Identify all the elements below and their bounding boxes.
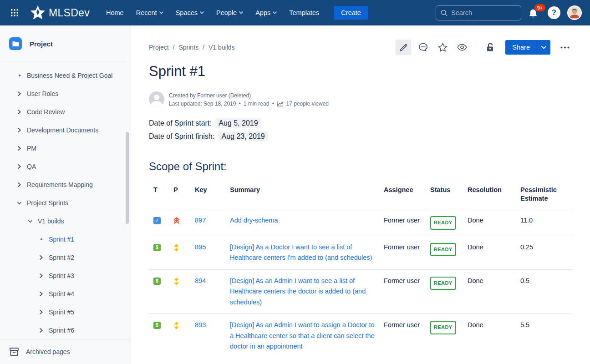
resolution-text: Done: [468, 277, 483, 284]
page-toolbar: Share: [396, 40, 573, 55]
eye-icon: [457, 44, 467, 51]
sidebar-item-sprint-6[interactable]: Sprint #6: [0, 321, 131, 339]
star-icon: [438, 43, 448, 52]
col-header-key: Key: [190, 180, 225, 209]
issue-summary-link[interactable]: [Design] As an Admin I want to see a lis…: [230, 277, 366, 306]
table-header-row: T P Key Summary Assignee Status Resoluti…: [149, 180, 573, 209]
chevron-down-icon: [159, 11, 163, 14]
issue-key-link[interactable]: 894: [195, 277, 206, 284]
favorite-button[interactable]: [435, 40, 450, 55]
sidebar-item-qa[interactable]: QA: [0, 157, 131, 176]
sidebar-item-user-roles[interactable]: User Roles: [0, 85, 131, 103]
sidebar-scrollbar[interactable]: [126, 132, 129, 224]
brand-logo[interactable]: MLSDev: [30, 5, 90, 20]
chevron-right-icon: [17, 110, 21, 114]
views-count-text[interactable]: 17 people viewed: [286, 100, 329, 108]
sidebar-item-business-need[interactable]: Business Need & Project Goal: [0, 66, 131, 85]
sidebar-item-development-documents[interactable]: Development Documents: [0, 121, 131, 139]
watch-button[interactable]: [454, 40, 470, 55]
breadcrumb: Project / Sprints / V1 builds: [149, 44, 235, 51]
read-time-text: 1 min read: [244, 100, 270, 108]
assignee-text: Former user: [384, 277, 420, 284]
notifications-button[interactable]: 9+: [528, 7, 541, 19]
sidebar-item-sprint-5[interactable]: Sprint #5: [0, 303, 131, 321]
issue-key-link[interactable]: 893: [195, 321, 206, 329]
sidebar-item-project-sprints[interactable]: Project Sprints: [0, 194, 131, 212]
menu-item-templates[interactable]: Templates: [289, 9, 319, 16]
sprint-finish-label: Date of Sprint finish:: [149, 132, 214, 140]
issue-summary-link[interactable]: Add dry-schema: [230, 217, 278, 224]
chevron-down-icon: [239, 11, 243, 14]
breadcrumb-project[interactable]: Project: [149, 44, 169, 51]
breadcrumb-separator: /: [203, 44, 204, 51]
analytics-icon: [277, 101, 284, 106]
menu-item-spaces[interactable]: Spaces: [176, 9, 204, 16]
help-button[interactable]: ?: [548, 6, 560, 19]
search-icon: [441, 10, 448, 16]
sidebar-item-sprint-3[interactable]: Sprint #3: [0, 267, 131, 285]
create-button[interactable]: Create: [334, 6, 368, 20]
search-box[interactable]: [436, 5, 521, 20]
scope-heading: Scope of Sprint:: [149, 160, 573, 173]
resolution-text: Done: [468, 321, 483, 329]
col-header-summary: Summary: [225, 180, 379, 209]
space-header[interactable]: Project: [0, 25, 131, 61]
more-actions-button[interactable]: [557, 40, 573, 55]
breadcrumb-v1-builds[interactable]: V1 builds: [209, 44, 235, 51]
archived-pages-link[interactable]: Archived pages: [0, 339, 131, 364]
share-split-button: Share: [505, 40, 550, 55]
scope-table: T P Key Summary Assignee Status Resoluti…: [149, 180, 573, 358]
main-menu: Home Recent Spaces People Apps Templates: [106, 9, 319, 16]
sidebar-item-pm[interactable]: PM: [0, 139, 131, 157]
chevron-right-icon: [17, 146, 21, 151]
table-row: $ 894 [Design] As an Admin I want to see…: [149, 269, 573, 314]
issue-key-link[interactable]: 895: [195, 243, 206, 251]
notification-count-badge: 9+: [534, 4, 545, 11]
table-row: $ 893 [Design] As an Admin I want to ass…: [149, 314, 573, 358]
estimate-text: 0.5: [520, 277, 529, 284]
menu-item-apps[interactable]: Apps: [255, 9, 277, 16]
breadcrumb-sprints[interactable]: Sprints: [178, 44, 198, 51]
chevron-down-icon: [17, 202, 21, 205]
sidebar-item-sprint-4[interactable]: Sprint #4: [0, 285, 131, 303]
status-badge: READY: [430, 277, 456, 290]
bullet-icon: [17, 75, 21, 76]
menu-item-home[interactable]: Home: [106, 9, 124, 16]
sidebar-item-requirements-mapping[interactable]: Requirements Mapping: [0, 176, 131, 194]
sidebar-item-code-review[interactable]: Code Review: [0, 103, 131, 121]
assignee-text: Former user: [384, 243, 420, 251]
app-switcher-button[interactable]: [9, 7, 20, 18]
share-dropdown-button[interactable]: [537, 40, 550, 55]
search-input[interactable]: [451, 9, 515, 16]
sidebar-item-sprint-2[interactable]: Sprint #2: [0, 248, 131, 267]
share-button[interactable]: Share: [505, 40, 537, 55]
issue-summary-link[interactable]: [Design] As a Doctor I want to see a lis…: [230, 243, 372, 262]
priority-medium-icon: [173, 278, 186, 285]
page-title: Sprint #1: [149, 63, 573, 80]
sprint-start-label: Date of Sprint start:: [149, 119, 212, 127]
breadcrumb-separator: /: [173, 44, 175, 51]
sidebar-item-v1-builds[interactable]: V1 builds: [0, 212, 131, 230]
issue-key-link[interactable]: 897: [195, 217, 206, 224]
menu-item-people[interactable]: People: [216, 9, 243, 16]
chevron-right-icon: [39, 255, 43, 260]
sidebar-item-sprint-1[interactable]: Sprint #1: [0, 230, 131, 248]
status-badge: READY: [430, 321, 456, 334]
menu-item-recent[interactable]: Recent: [136, 9, 163, 16]
table-row: $ 895 [Design] As a Doctor I want to see…: [149, 236, 573, 269]
last-updated-text[interactable]: Last updated: Sep 18, 2019: [169, 100, 236, 108]
priority-highest-icon: [173, 217, 186, 224]
comment-button[interactable]: [415, 40, 431, 55]
dot-separator: •: [272, 100, 274, 108]
space-name: Project: [30, 40, 53, 48]
restrictions-button[interactable]: [482, 40, 498, 55]
issue-summary-link[interactable]: [Design] As an Admin I want to assign a …: [230, 321, 375, 350]
dot-separator: •: [239, 100, 240, 108]
user-avatar[interactable]: [567, 5, 582, 20]
col-header-priority: P: [169, 180, 190, 209]
chevron-down-icon: [273, 11, 277, 14]
edit-button[interactable]: [396, 40, 411, 55]
question-mark-icon: ?: [552, 9, 556, 17]
top-navbar: MLSDev Home Recent Spaces People Apps Te…: [0, 0, 590, 25]
assignee-text: Former user: [384, 217, 420, 224]
